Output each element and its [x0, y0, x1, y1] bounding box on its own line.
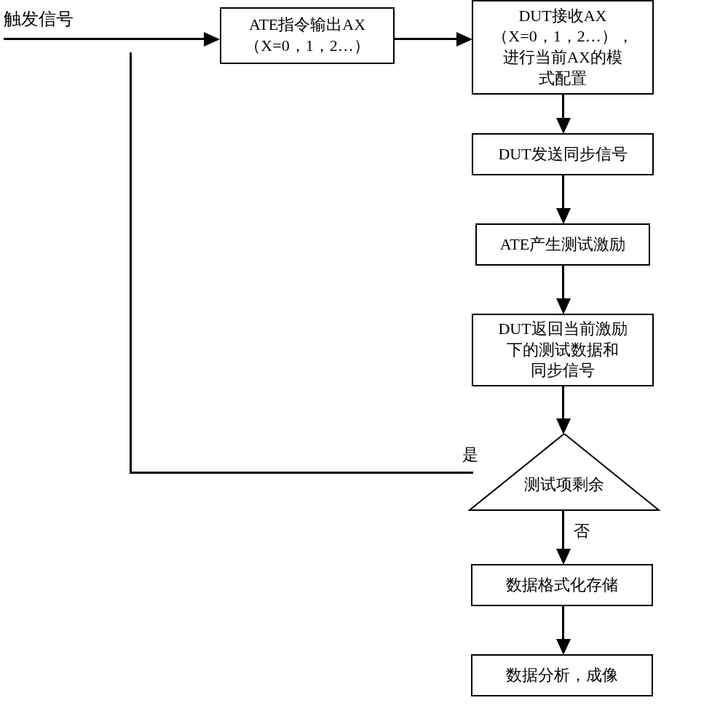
- svg-marker-0: [470, 434, 659, 510]
- arrow-stimulus-to-return-head: [556, 298, 571, 314]
- label-no: 否: [574, 520, 590, 542]
- arrow-decision-to-format-head: [556, 549, 571, 565]
- yes-path-horizontal: [130, 472, 473, 474]
- arrow-format-to-analysis-head: [556, 639, 571, 655]
- arrow-sync-to-stimulus-head: [556, 208, 571, 224]
- trigger-arrow-line: [4, 38, 206, 40]
- decision-remaining-tests: 测试项剩余: [466, 434, 662, 514]
- trigger-arrow-head: [204, 32, 220, 47]
- label-yes: 是: [462, 444, 478, 466]
- arrow-sync-to-stimulus: [562, 175, 564, 210]
- box-dut-return: DUT返回当前激励 下的测试数据和 同步信号: [472, 314, 654, 386]
- arrow-decision-to-format: [562, 511, 564, 551]
- box-dut-receive: DUT接收AX （X=0，1，2…）， 进行当前AX的模 式配置: [472, 0, 654, 95]
- flowchart-canvas: 触发信号 ATE指令输出AX （X=0，1，2…） DUT接收AX （X=0，1…: [0, 0, 728, 719]
- box-data-analysis: 数据分析，成像: [471, 654, 653, 696]
- trigger-signal-label: 触发信号: [4, 7, 74, 31]
- arrow-return-to-decision-head: [556, 418, 571, 434]
- box-dut-sync: DUT发送同步信号: [472, 133, 654, 175]
- arrow-ate-to-dut-head: [456, 32, 472, 47]
- arrow-receive-to-sync-head: [556, 118, 571, 134]
- arrow-stimulus-to-return: [562, 266, 564, 301]
- box-ate-stimulus: ATE产生测试激励: [475, 223, 650, 266]
- yes-path-vertical: [130, 52, 132, 474]
- box-format-storage: 数据格式化存储: [471, 564, 653, 606]
- arrow-ate-to-dut: [395, 38, 459, 40]
- arrow-format-to-analysis: [562, 606, 564, 641]
- arrow-return-to-decision: [562, 386, 564, 421]
- decision-text: 测试项剩余: [466, 474, 662, 496]
- box-ate-output: ATE指令输出AX （X=0，1，2…）: [220, 7, 395, 64]
- arrow-receive-to-sync: [562, 95, 564, 120]
